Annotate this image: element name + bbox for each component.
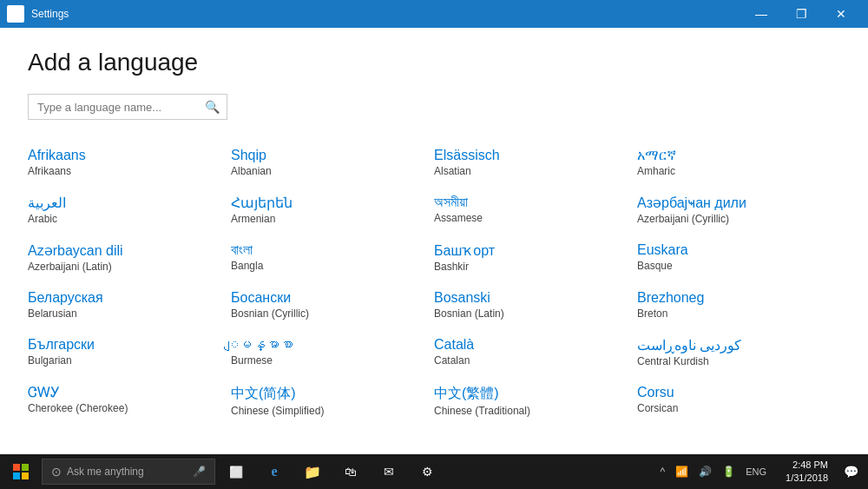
- language-native-name: Башҡорт: [434, 242, 627, 259]
- language-english-name: Burmese: [231, 354, 424, 367]
- language-english-name: Bosnian (Cyrillic): [231, 307, 424, 320]
- taskbar-search[interactable]: ⊙ Ask me anything 🎤: [42, 459, 215, 485]
- language-native-name: Brezhoneg: [637, 290, 830, 306]
- language-native-name: 中文(简体): [231, 385, 424, 403]
- language-english-name: Bangla: [231, 260, 424, 272]
- language-item[interactable]: Азәрбајҹан дилиAzerbaijani (Cyrillic): [637, 188, 840, 235]
- language-item[interactable]: 中文(繁體)Chinese (Traditional): [434, 378, 637, 427]
- store-icon[interactable]: 🛍: [333, 454, 368, 489]
- window-title: Settings: [31, 8, 69, 20]
- network-icon[interactable]: 📶: [672, 464, 692, 479]
- microphone-icon: 🎤: [193, 466, 206, 478]
- language-native-name: 中文(繁體): [434, 385, 627, 403]
- settings-app-icon: [7, 5, 24, 23]
- main-content: Add a language 🔍 AfrikaansAfrikaansShqip…: [0, 28, 868, 454]
- chevron-up-icon[interactable]: ^: [657, 464, 669, 479]
- battery-icon[interactable]: 🔋: [719, 464, 739, 479]
- language-item[interactable]: БеларускаяBelarusian: [28, 283, 231, 330]
- language-native-name: Bosanski: [434, 290, 627, 306]
- volume-icon[interactable]: 🔊: [695, 464, 715, 479]
- language-english-name: Azerbaijani (Latin): [28, 261, 220, 273]
- language-native-name: Shqip: [231, 148, 424, 163]
- language-english-name: Afrikaans: [28, 165, 220, 177]
- language-native-name: Azərbaycan dili: [28, 242, 220, 259]
- settings-icon[interactable]: ⚙: [410, 454, 444, 489]
- svg-rect-1: [13, 464, 20, 471]
- close-button[interactable]: ✕: [821, 0, 861, 28]
- language-native-name: Corsu: [637, 385, 830, 400]
- language-item[interactable]: БашҡортBashkir: [434, 235, 637, 283]
- mail-icon[interactable]: ✉: [372, 454, 406, 489]
- clock[interactable]: 2:48 PM 1/31/2018: [780, 459, 833, 486]
- edge-icon[interactable]: e: [257, 454, 292, 489]
- language-item[interactable]: CorsuCorsican: [637, 378, 840, 427]
- language-item[interactable]: ShqipAlbanian: [231, 141, 434, 188]
- page-title: Add a language: [28, 49, 840, 76]
- language-native-name: ျမန္မာစာ: [231, 337, 424, 353]
- window-controls: — ❐ ✕: [741, 0, 861, 28]
- svg-rect-3: [13, 472, 20, 479]
- language-native-name: Հայերեն: [231, 195, 424, 211]
- language-item[interactable]: ElsässischAlsatian: [434, 141, 637, 188]
- language-native-name: Беларуская: [28, 290, 220, 306]
- language-item[interactable]: ᏣᎳᎩCherokee (Cherokee): [28, 378, 231, 427]
- language-english-name: Arabic: [28, 213, 220, 225]
- language-english-name: Albanian: [231, 165, 424, 177]
- language-grid: AfrikaansAfrikaansShqipAlbanianElsässisc…: [28, 141, 840, 433]
- date-display: 1/31/2018: [786, 472, 828, 485]
- language-english-name: Belarusian: [28, 307, 220, 320]
- language-item[interactable]: БългарскиBulgarian: [28, 330, 231, 378]
- language-native-name: አማርኛ: [637, 148, 830, 163]
- language-item[interactable]: አማርኛAmharic: [637, 141, 840, 188]
- language-item[interactable]: ျမန္မာစာBurmese: [231, 330, 434, 378]
- language-english-name: Amharic: [637, 165, 830, 177]
- language-item[interactable]: العربيةArabic: [28, 188, 231, 235]
- language-item[interactable]: BrezhonegBreton: [637, 283, 840, 330]
- language-item[interactable]: EuskaraBasque: [637, 235, 840, 283]
- language-english-name: Breton: [637, 307, 830, 320]
- language-native-name: ᏣᎳᎩ: [28, 385, 220, 400]
- language-native-name: Euskara: [637, 242, 830, 258]
- language-item[interactable]: دریDari: [637, 427, 840, 433]
- time-display: 2:48 PM: [786, 459, 828, 472]
- language-item[interactable]: كوردیی ناوەڕاستCentral Kurdish: [637, 330, 840, 378]
- language-native-name: Elsässisch: [434, 148, 627, 163]
- language-english-name: Catalan: [434, 354, 627, 367]
- notification-center-button[interactable]: 💬: [837, 454, 865, 489]
- language-english-name: Central Kurdish: [637, 355, 830, 367]
- language-item[interactable]: BosanskiBosnian (Latin): [434, 283, 637, 330]
- language-item[interactable]: বাংলাBangla: [231, 235, 434, 283]
- language-item[interactable]: ՀայերենArmenian: [231, 188, 434, 235]
- language-item[interactable]: БосанскиBosnian (Cyrillic): [231, 283, 434, 330]
- search-button[interactable]: 🔍: [198, 95, 227, 119]
- taskbar: ⊙ Ask me anything 🎤 ⬜ e 📁 🛍 ✉ ⚙ ^ 📶 🔊 🔋 …: [0, 454, 868, 489]
- title-bar-left: Settings: [7, 5, 69, 23]
- language-item[interactable]: ČeštinaCzech: [231, 427, 434, 433]
- language-item[interactable]: AfrikaansAfrikaans: [28, 141, 231, 188]
- maximize-button[interactable]: ❐: [781, 0, 821, 28]
- keyboard-layout-icon[interactable]: ENG: [742, 465, 770, 479]
- language-native-name: Български: [28, 337, 220, 353]
- language-english-name: Azerbaijani (Cyrillic): [637, 213, 830, 225]
- language-item[interactable]: CatalàCatalan: [434, 330, 637, 378]
- minimize-button[interactable]: —: [741, 0, 781, 28]
- language-native-name: Afrikaans: [28, 148, 220, 163]
- task-view-button[interactable]: ⬜: [219, 454, 253, 489]
- file-explorer-icon[interactable]: 📁: [295, 454, 330, 489]
- language-item[interactable]: DanskDanish: [434, 427, 637, 433]
- language-english-name: Assamese: [434, 212, 627, 224]
- language-item[interactable]: Azərbaycan diliAzerbaijani (Latin): [28, 235, 231, 283]
- start-button[interactable]: [3, 454, 38, 489]
- search-box[interactable]: 🔍: [28, 94, 227, 120]
- language-english-name: Alsatian: [434, 165, 627, 177]
- language-english-name: Armenian: [231, 213, 424, 225]
- language-english-name: Bosnian (Latin): [434, 307, 627, 320]
- svg-rect-4: [22, 472, 29, 479]
- search-input[interactable]: [29, 96, 198, 119]
- language-item[interactable]: 中文(简体)Chinese (Simplified): [231, 378, 434, 427]
- taskbar-search-text: Ask me anything: [67, 466, 144, 478]
- language-item[interactable]: HrvatskiCroatian: [28, 427, 231, 433]
- language-item[interactable]: অসমীয়াAssamese: [434, 188, 637, 235]
- language-english-name: Cherokee (Cherokee): [28, 402, 220, 414]
- language-english-name: Corsican: [637, 402, 830, 414]
